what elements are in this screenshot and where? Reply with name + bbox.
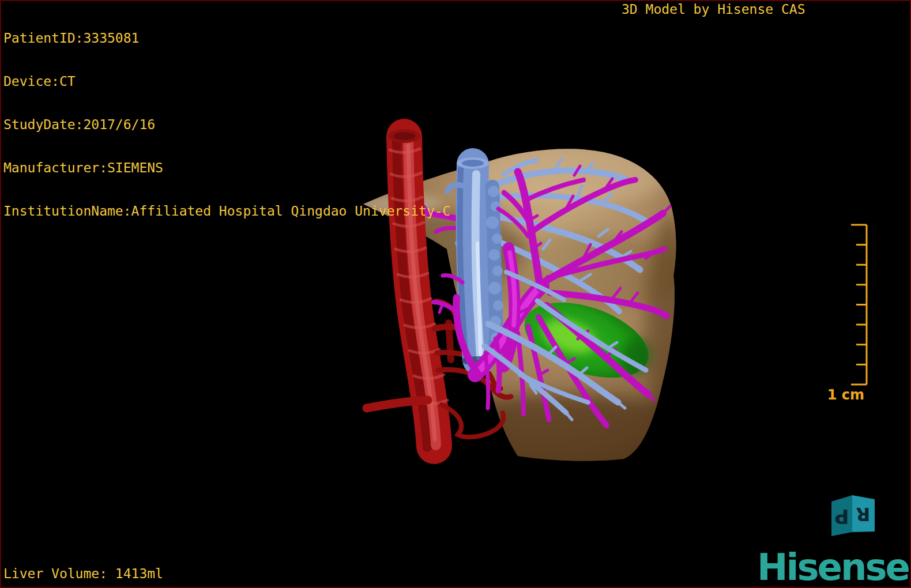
cas-viewer-window: PatientID:3335081 Device:CT StudyDate:20… xyxy=(0,0,911,588)
cube-face-right: R xyxy=(856,503,871,525)
orientation-cube-icon[interactable]: P R xyxy=(1,1,911,588)
hisense-logo: Hisense xyxy=(757,549,909,586)
cube-face-posterior: P xyxy=(835,505,849,528)
